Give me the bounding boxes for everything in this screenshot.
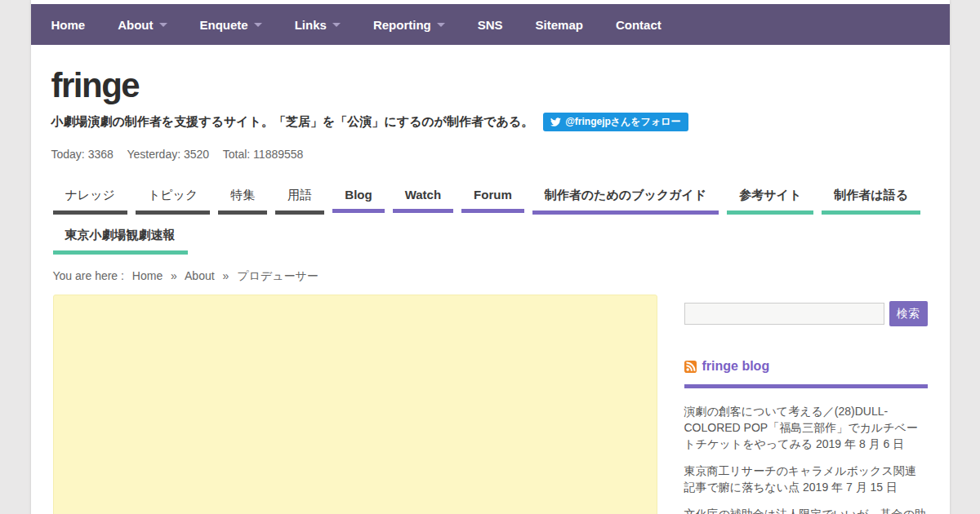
tab-forum[interactable]: Forum (461, 182, 524, 215)
tab-label: 制作者のためのブックガイド (532, 182, 719, 210)
tab-underline (822, 210, 920, 215)
main-content: 検索 fringe blog 演劇の創客について考える／(28)DULL-COL… (31, 295, 950, 514)
blog-post-date: 2019 年 8 月 6 日 (816, 437, 904, 450)
breadcrumb-current-page: プロデューサー (237, 269, 318, 282)
tab-underline (53, 210, 127, 215)
site-header: fringe 小劇場演劇の制作者を支援するサイト。「芝居」を「公演」にするのが制… (31, 67, 950, 161)
site-tagline: 小劇場演劇の制作者を支援するサイト。「芝居」を「公演」にするのが制作者である。 (51, 114, 534, 130)
nav-item-enquete[interactable]: Enquete (184, 4, 278, 45)
nav-item-label: Links (295, 18, 327, 32)
tab-underline (332, 209, 384, 213)
breadcrumb-home[interactable]: Home (132, 269, 163, 282)
tab-underline (136, 210, 210, 215)
tab-label: トピック (136, 182, 210, 210)
nav-item-label: About (118, 18, 153, 32)
tab-label: ナレッジ (53, 182, 127, 210)
chevron-down-icon (437, 23, 445, 27)
tab-label: Blog (332, 182, 384, 209)
twitter-follow-label: @fringejpさんをフォロー (565, 115, 680, 129)
tab-row-1: ナレッジ トピック 特集 用語 Blog Watch Forum 制作者のための… (53, 182, 928, 215)
nav-item-about[interactable]: About (101, 4, 183, 45)
blog-post-list: 演劇の創客について考える／(28)DULL-COLORED POP「福島三部作」… (684, 403, 928, 514)
nav-item-label: Enquete (200, 18, 248, 32)
tab-underline (218, 210, 267, 215)
stat-yesterday: Yesterday: 3520 (127, 148, 209, 161)
tab-label: 東京小劇場観劇速報 (53, 222, 188, 250)
tab-bookguide[interactable]: 制作者のためのブックガイド (532, 182, 719, 215)
nav-item-label: Reporting (373, 18, 431, 32)
tab-feature[interactable]: 特集 (218, 182, 267, 215)
tab-label: 特集 (218, 182, 267, 210)
blog-post-link[interactable]: 東京商工リサーチのキャラメルボックス関連記事で腑に落ちない点 2019 年 7 … (684, 463, 928, 495)
stat-today: Today: 3368 (51, 148, 114, 161)
site-title: fringe (51, 67, 929, 104)
tab-label: 用語 (275, 182, 324, 210)
chevron-down-icon (332, 23, 341, 27)
tab-underline (727, 210, 813, 215)
nav-item-label: SNS (478, 18, 503, 32)
nav-item-reporting[interactable]: Reporting (357, 4, 461, 45)
blog-post-link[interactable]: 文化庁の補助金は法人限定でいいが、基金の助 (684, 506, 928, 514)
top-navigation: Home About Enquete Links Reporting SNS S… (31, 4, 950, 45)
ad-placeholder (53, 295, 657, 514)
blog-section-title[interactable]: fringe blog (702, 359, 770, 374)
stat-total: Total: 11889558 (223, 148, 304, 161)
tab-navigation: ナレッジ トピック 特集 用語 Blog Watch Forum 制作者のための… (31, 182, 950, 255)
tab-underline (275, 210, 324, 215)
breadcrumb-about[interactable]: About (185, 269, 215, 282)
tab-watch[interactable]: Watch (393, 182, 453, 215)
twitter-bird-icon (550, 117, 561, 126)
page-container: Home About Enquete Links Reporting SNS S… (31, 0, 950, 514)
nav-item-sitemap[interactable]: Sitemap (519, 4, 599, 45)
tab-label: 制作者は語る (822, 182, 920, 210)
nav-item-label: Contact (616, 18, 662, 32)
nav-item-sns[interactable]: SNS (461, 4, 519, 45)
twitter-follow-button[interactable]: @fringejpさんをフォロー (543, 113, 688, 131)
search-button[interactable]: 検索 (889, 301, 928, 326)
nav-item-label: Sitemap (536, 18, 583, 32)
tagline-row: 小劇場演劇の制作者を支援するサイト。「芝居」を「公演」にするのが制作者である。 … (51, 113, 929, 131)
blog-post-date: 2019 年 7 月 15 日 (803, 481, 898, 494)
nav-item-links[interactable]: Links (278, 4, 357, 45)
tab-label: 参考サイト (727, 182, 813, 210)
nav-item-home[interactable]: Home (35, 4, 102, 45)
tab-knowledge[interactable]: ナレッジ (53, 182, 127, 215)
visitor-stats: Today: 3368 Yesterday: 3520 Total: 11889… (51, 148, 929, 161)
blog-post-link[interactable]: 演劇の創客について考える／(28)DULL-COLORED POP「福島三部作」… (684, 403, 928, 452)
blog-post-title: 文化庁の補助金は法人限定でいいが、基金の助 (684, 507, 926, 514)
breadcrumb-separator: » (171, 269, 177, 282)
nav-item-contact[interactable]: Contact (599, 4, 678, 45)
tab-producers-talk[interactable]: 制作者は語る (822, 182, 920, 215)
tab-glossary[interactable]: 用語 (275, 182, 324, 215)
tab-blog[interactable]: Blog (332, 182, 384, 215)
tab-label: Forum (461, 182, 524, 209)
tab-row-2: 東京小劇場観劇速報 (53, 222, 928, 255)
search-input[interactable] (684, 303, 884, 325)
blog-divider (684, 384, 928, 388)
breadcrumb: You are here : Home » About » プロデューサー (31, 269, 950, 284)
tab-underline (532, 210, 719, 215)
tab-tokyo-theater-report[interactable]: 東京小劇場観劇速報 (53, 222, 188, 255)
tab-reference-sites[interactable]: 参考サイト (727, 182, 813, 215)
blog-section-header: fringe blog (684, 359, 928, 374)
tab-underline (53, 250, 188, 255)
breadcrumb-prefix: You are here : (53, 269, 124, 282)
nav-item-label: Home (51, 18, 86, 32)
rss-icon (684, 361, 697, 373)
tab-topic[interactable]: トピック (136, 182, 210, 215)
tab-underline (461, 209, 524, 213)
search-form: 検索 (684, 301, 928, 326)
breadcrumb-separator: » (223, 269, 229, 282)
sidebar: 検索 fringe blog 演劇の創客について考える／(28)DULL-COL… (684, 295, 928, 514)
tab-label: Watch (393, 182, 453, 209)
chevron-down-icon (254, 23, 262, 27)
tab-underline (393, 209, 453, 213)
chevron-down-icon (159, 23, 167, 27)
